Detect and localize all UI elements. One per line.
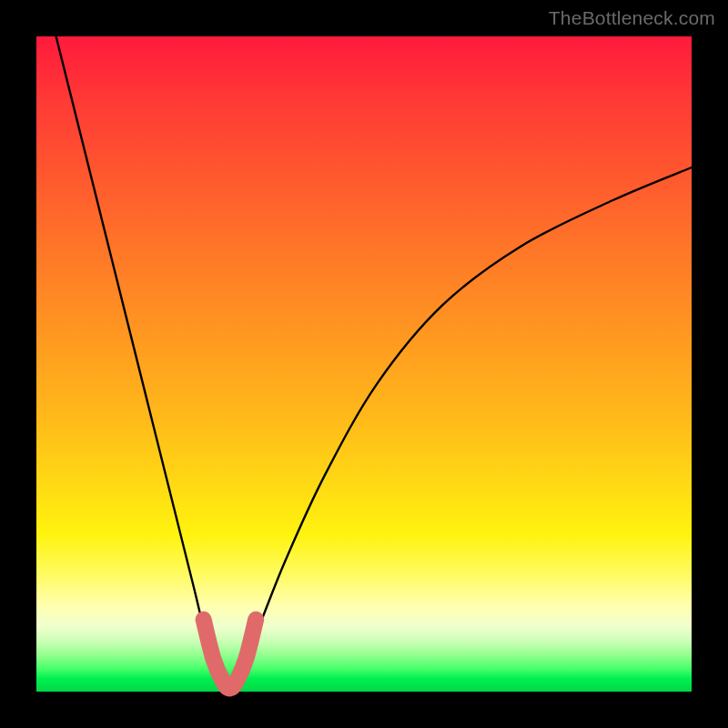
plot-area: [36, 36, 692, 692]
chart-frame: TheBottleneck.com: [0, 0, 728, 728]
curve-layer: [36, 36, 692, 692]
highlight-band: [204, 620, 257, 689]
bottleneck-curve: [56, 36, 692, 688]
watermark-text: TheBottleneck.com: [549, 7, 715, 29]
